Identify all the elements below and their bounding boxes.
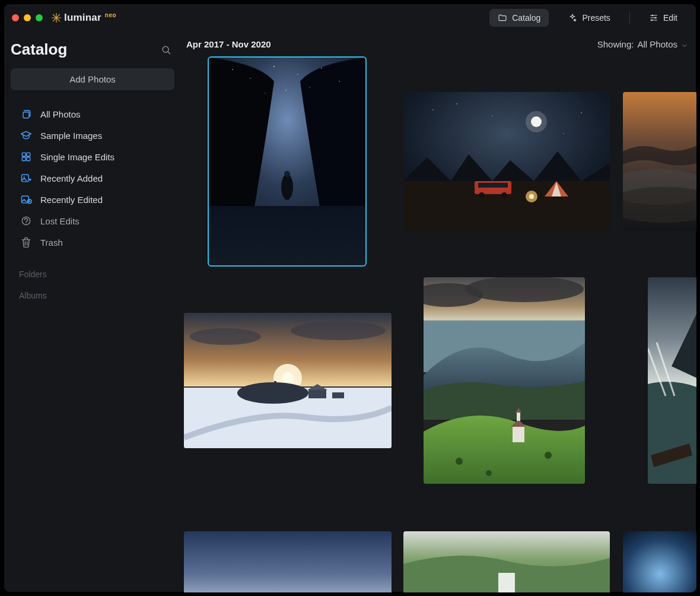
svg-point-35 <box>285 90 287 91</box>
svg-rect-15 <box>22 157 26 161</box>
svg-point-36 <box>265 93 265 93</box>
thumbnail-5[interactable] <box>424 277 585 484</box>
svg-point-5 <box>652 14 654 16</box>
svg-point-50 <box>581 112 581 113</box>
svg-point-73 <box>456 458 463 465</box>
svg-point-9 <box>651 19 653 21</box>
chevron-down-icon <box>681 41 688 48</box>
add-photos-label: Add Photos <box>69 74 116 84</box>
svg-rect-43 <box>478 183 508 188</box>
trash-icon <box>20 236 32 248</box>
sidebar-header: Catalog <box>11 38 174 61</box>
svg-point-47 <box>529 194 534 199</box>
svg-point-52 <box>492 115 492 116</box>
app-window: luminar neo Catalog Presets <box>4 4 696 592</box>
svg-rect-72 <box>517 413 520 421</box>
tab-catalog[interactable]: Catalog <box>489 9 549 27</box>
sidebar-section-folders[interactable]: Folders <box>11 267 174 281</box>
sidebar-section-albums[interactable]: Albums <box>11 289 174 303</box>
search-icon[interactable] <box>160 44 172 56</box>
sidebar-item-all-photos[interactable]: All Photos <box>12 104 173 123</box>
sidebar: Catalog Add Photos All Photos <box>4 32 182 592</box>
sidebar-item-lost-edits[interactable]: Lost Edits <box>12 211 173 230</box>
thumbnail-6[interactable] <box>648 277 696 484</box>
minimize-window[interactable] <box>24 14 31 21</box>
svg-point-18 <box>24 176 25 177</box>
stack-icon <box>20 108 32 120</box>
thumbnail-4[interactable] <box>184 313 392 448</box>
svg-point-32 <box>297 74 298 74</box>
sparkle-icon <box>568 13 577 23</box>
svg-point-28 <box>284 171 290 177</box>
thumbnail-8[interactable] <box>403 531 610 592</box>
thumbnail-grid <box>182 55 696 592</box>
mode-tabs: Catalog Presets Edit <box>489 9 686 27</box>
svg-point-48 <box>432 109 433 110</box>
sidebar-item-label: Trash <box>40 237 63 248</box>
svg-rect-14 <box>27 153 30 156</box>
window-controls <box>12 14 43 21</box>
svg-point-31 <box>273 66 275 67</box>
sidebar-item-recently-added[interactable]: Recently Added <box>12 169 173 188</box>
sidebar-item-label: Single Image Edits <box>40 152 114 162</box>
sidebar-item-recently-edited[interactable]: Recently Edited <box>12 190 173 209</box>
svg-point-75 <box>545 452 552 459</box>
titlebar: luminar neo Catalog Presets <box>4 4 696 32</box>
date-range: Apr 2017 - Nov 2020 <box>186 39 271 49</box>
svg-point-37 <box>309 87 310 87</box>
thumbnail-7[interactable] <box>184 531 392 592</box>
thumbnail-3[interactable] <box>623 92 696 231</box>
sidebar-item-sample-images[interactable]: Sample Images <box>12 126 173 145</box>
page-title: Catalog <box>11 40 67 59</box>
sidebar-item-trash[interactable]: Trash <box>12 233 173 252</box>
svg-rect-79 <box>498 573 515 592</box>
svg-rect-62 <box>274 381 276 393</box>
svg-point-7 <box>654 17 656 18</box>
svg-point-34 <box>339 81 339 81</box>
svg-point-60 <box>237 382 308 404</box>
graduation-icon <box>20 129 32 141</box>
svg-rect-17 <box>22 175 29 182</box>
grid-icon <box>20 151 32 163</box>
svg-point-70 <box>465 277 584 302</box>
app-brand-sup: neo <box>105 12 116 18</box>
showing-prefix: Showing: <box>597 39 634 49</box>
tab-edit-label: Edit <box>663 13 677 23</box>
tab-catalog-label: Catalog <box>512 13 540 23</box>
lost-icon <box>20 215 32 227</box>
tab-edit[interactable]: Edit <box>641 9 686 27</box>
close-window[interactable] <box>12 14 19 21</box>
svg-point-51 <box>563 133 564 134</box>
add-photos-button[interactable]: Add Photos <box>11 68 174 90</box>
thumbnail-2[interactable] <box>403 92 610 231</box>
showing-filter[interactable]: Showing: All Photos <box>597 39 688 49</box>
thumbnail-9[interactable] <box>623 531 696 592</box>
svg-point-66 <box>190 328 261 345</box>
tab-presets-label: Presets <box>582 13 610 23</box>
svg-point-67 <box>291 321 386 340</box>
svg-point-29 <box>232 69 233 70</box>
app-body: Catalog Add Photos All Photos <box>4 32 696 592</box>
folder-icon <box>498 13 507 23</box>
tab-presets[interactable]: Presets <box>559 9 618 27</box>
sidebar-item-label: Recently Added <box>40 173 103 183</box>
svg-line-11 <box>168 51 170 53</box>
image-plus-icon <box>20 172 32 184</box>
svg-point-33 <box>321 68 322 69</box>
spark-icon <box>51 12 62 23</box>
svg-point-27 <box>281 174 293 200</box>
svg-rect-13 <box>22 153 26 156</box>
sidebar-item-single-image-edits[interactable]: Single Image Edits <box>12 147 173 166</box>
sidebar-item-label: Recently Edited <box>40 195 103 205</box>
maximize-window[interactable] <box>36 14 43 21</box>
svg-rect-26 <box>209 206 365 265</box>
svg-rect-71 <box>513 427 524 442</box>
main-area: Apr 2017 - Nov 2020 Showing: All Photos <box>182 32 696 592</box>
thumbnail-scroll[interactable] <box>182 53 696 592</box>
svg-rect-80 <box>623 531 696 592</box>
thumbnail-1[interactable] <box>209 58 365 265</box>
sidebar-item-label: Sample Images <box>40 131 102 141</box>
showing-value: All Photos <box>637 39 677 49</box>
svg-point-22 <box>26 224 27 224</box>
svg-point-44 <box>479 192 485 198</box>
